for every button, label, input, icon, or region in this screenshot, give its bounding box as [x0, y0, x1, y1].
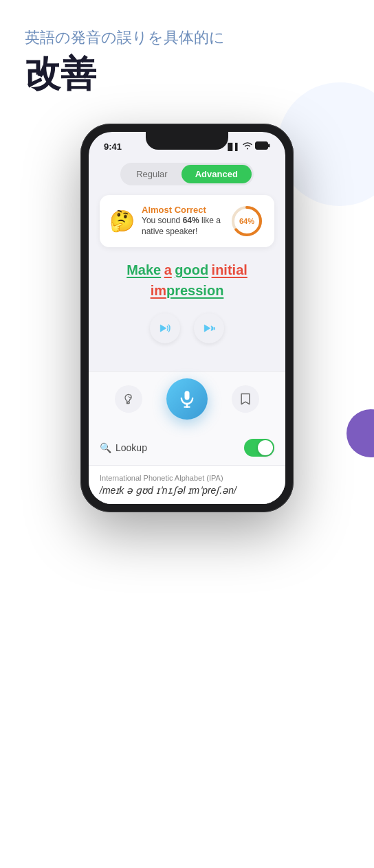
toggle-switch[interactable] [244, 439, 274, 457]
phone-screen: 9:41 ▐▌▌ [89, 132, 285, 504]
bookmark-icon [239, 392, 252, 406]
toggle-knob [258, 440, 273, 455]
audio-buttons [100, 313, 274, 343]
circle-label: 64% [239, 217, 254, 225]
lookup-row: 🔍 Lookup [89, 431, 285, 466]
header-title: 改善 [25, 54, 349, 93]
circle-progress: 64% [229, 203, 265, 239]
microphone-icon [177, 389, 197, 409]
word-im: im [151, 283, 166, 298]
purple-blob [346, 409, 374, 457]
status-icons: ▐▌▌ [226, 141, 270, 151]
speaker-icon [158, 321, 172, 335]
tab-selector: Regular Advanced [120, 163, 254, 185]
header-subtitle: 英語の発音の誤りを具体的に [25, 27, 349, 49]
microphone-button[interactable] [166, 378, 208, 420]
play-audio-button[interactable] [150, 313, 180, 343]
ipa-title: International Phonetic Alphabet (IPA) [100, 474, 274, 482]
score-percent: 64% [183, 216, 199, 225]
lookup-label: 🔍 Lookup [100, 442, 147, 453]
svg-rect-7 [212, 326, 213, 330]
record-compare-button[interactable] [194, 313, 224, 343]
word-initial: initial [212, 262, 248, 277]
microphone-wave-icon [202, 321, 216, 335]
tab-advanced[interactable]: Advanced [182, 165, 252, 183]
svg-rect-8 [214, 327, 215, 330]
page-wrapper: 英語の発音の誤りを具体的に 改善 9:41 ▐▌▌ [0, 0, 374, 868]
svg-rect-2 [268, 144, 270, 148]
phone-frame: 9:41 ▐▌▌ [80, 124, 294, 512]
ear-icon [122, 392, 135, 406]
score-text-block: Almost Correct You sound 64% like a nati… [142, 205, 229, 238]
svg-marker-6 [204, 325, 210, 332]
battery-icon [255, 141, 270, 151]
signal-icon: ▐▌▌ [226, 143, 240, 150]
word-a: a [164, 262, 172, 277]
word-pression: pression [166, 283, 223, 298]
bookmark-button[interactable] [232, 385, 259, 413]
tab-regular[interactable]: Regular [122, 165, 182, 183]
ipa-card: International Phonetic Alphabet (IPA) /m… [89, 466, 285, 504]
emoji-face: 🤔 [109, 209, 135, 233]
score-card: 🤔 Almost Correct You sound 64% like a na… [100, 195, 274, 247]
sentence-area: Make a good initial impression [100, 260, 274, 301]
status-time: 9:41 [104, 141, 122, 152]
score-desc: You sound 64% like a native speaker! [142, 215, 229, 238]
svg-rect-10 [184, 391, 189, 400]
score-label: Almost Correct [142, 205, 229, 215]
wifi-icon [243, 141, 252, 151]
word-make: Make [126, 262, 161, 277]
header-section: 英語の発音の誤りを具体的に 改善 [0, 0, 374, 124]
ipa-text: /meɪk ə ɡʊd ɪˈnɪ.ʃəl ɪmˈpreʃ.ən/ [100, 485, 274, 496]
svg-marker-5 [160, 325, 166, 332]
app-content: Regular Advanced 🤔 Almost Correct You so… [89, 156, 285, 371]
phone-container: 9:41 ▐▌▌ [0, 124, 374, 512]
ear-button[interactable] [115, 385, 142, 413]
word-good: good [175, 262, 208, 277]
score-left: 🤔 Almost Correct You sound 64% like a na… [109, 205, 229, 238]
lookup-text: Lookup [116, 442, 147, 453]
svg-rect-1 [256, 143, 267, 149]
phone-notch [146, 132, 228, 150]
search-icon: 🔍 [100, 442, 111, 453]
bottom-controls [89, 371, 285, 431]
